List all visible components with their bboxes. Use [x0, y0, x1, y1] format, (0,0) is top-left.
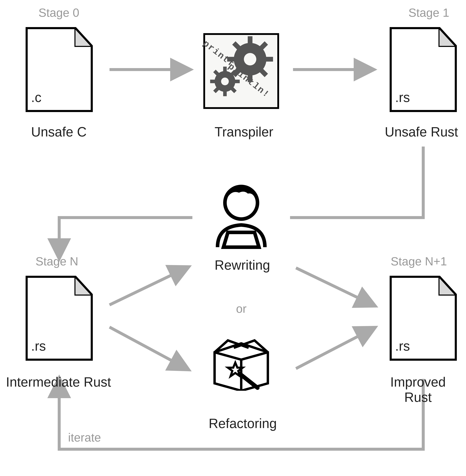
svg-line-24 — [109, 327, 186, 369]
refactoring-label: Refactoring — [209, 416, 277, 431]
svg-line-23 — [109, 268, 186, 305]
improved-rust-label: Improved Rust — [376, 374, 460, 405]
rewriting-label: Rewriting — [215, 257, 270, 273]
intermediate-rust-file-icon: .rs — [24, 274, 95, 363]
file-ext-rs-3: .rs — [395, 338, 410, 354]
file-ext-rs-2: .rs — [31, 338, 46, 354]
person-icon — [204, 182, 278, 250]
svg-line-26 — [296, 329, 373, 369]
iterate-label: iterate — [68, 431, 101, 444]
c2rust-pipeline-diagram: Stage 0 Stage 1 Stage N Stage N+1 .c .rs — [6, 6, 460, 470]
svg-line-25 — [296, 268, 373, 305]
improved-rust-file-icon: .rs — [388, 274, 459, 363]
refactoring-icon — [210, 335, 272, 391]
intermediate-rust-label: Intermediate Rust — [6, 374, 111, 390]
or-label: or — [236, 302, 246, 315]
